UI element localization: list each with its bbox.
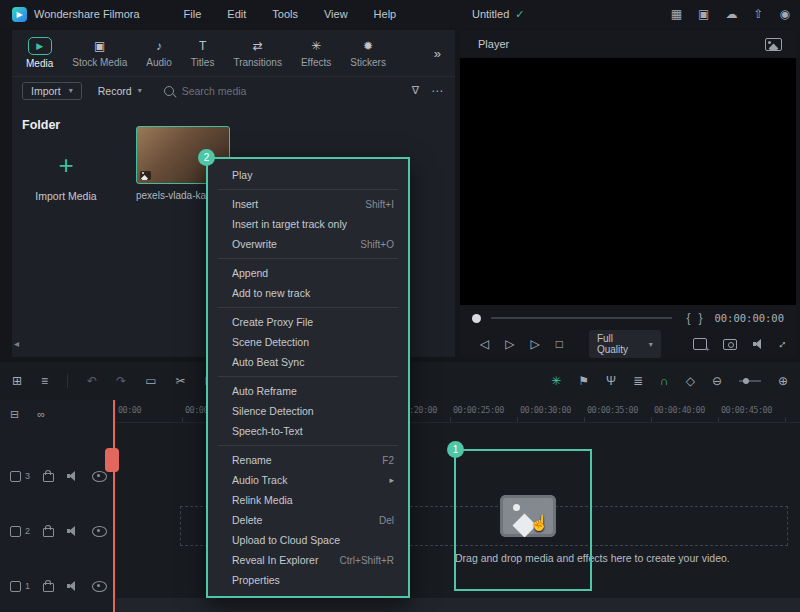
undo-icon[interactable]: ↶ xyxy=(87,374,97,388)
link-clips-icon[interactable]: ∞ xyxy=(37,408,45,421)
tab-stock-media[interactable]: ▣ Stock Media xyxy=(72,38,127,68)
menu-separator xyxy=(218,376,398,377)
lock-icon[interactable] xyxy=(43,473,54,482)
stop-button[interactable]: □ xyxy=(556,337,563,351)
menu-item-reveal-in-explorer[interactable]: Reveal In ExplorerCtrl+Shift+R xyxy=(208,550,408,570)
menu-item-properties[interactable]: Properties xyxy=(208,570,408,590)
menu-item-label: Speech-to-Text xyxy=(232,425,303,437)
playhead-grip[interactable] xyxy=(105,448,119,472)
record-button-label: Record xyxy=(98,85,132,97)
header-icon-group: ▦ ▣ ☁ ⇧ ◉ xyxy=(671,0,790,28)
menu-edit[interactable]: Edit xyxy=(227,8,246,20)
tab-titles[interactable]: T Titles xyxy=(191,38,215,68)
fullscreen-icon[interactable]: ↕ xyxy=(776,337,790,351)
second-monitor-icon[interactable] xyxy=(693,338,707,350)
save-icon[interactable]: ▣ xyxy=(698,7,709,21)
render-preview-icon[interactable]: ✳ xyxy=(551,374,561,388)
previous-frame-button[interactable]: ◁ xyxy=(480,337,489,351)
scrubber-handle[interactable] xyxy=(472,314,481,323)
menu-view[interactable]: View xyxy=(324,8,348,20)
menu-item-add-to-new-track[interactable]: Add to new track xyxy=(208,283,408,303)
collapse-panel-icon[interactable]: ◂ xyxy=(14,338,19,349)
delete-icon[interactable]: ▭ xyxy=(145,374,156,388)
menu-item-label: Relink Media xyxy=(232,494,293,506)
menu-item-auto-reframe[interactable]: Auto Reframe xyxy=(208,381,408,401)
keyframe-icon[interactable]: ◇ xyxy=(686,374,695,388)
snapshot-icon[interactable] xyxy=(723,339,737,350)
manage-tracks-icon[interactable]: ⊟ xyxy=(10,408,19,421)
menu-item-silence-detection[interactable]: Silence Detection xyxy=(208,401,408,421)
visibility-eye-icon[interactable] xyxy=(92,526,107,537)
menu-item-label: Overwrite xyxy=(232,238,277,250)
layout-icon[interactable]: ▦ xyxy=(671,7,682,21)
tab-effects[interactable]: ✳ Effects xyxy=(301,38,331,68)
lock-icon[interactable] xyxy=(43,528,54,537)
menu-item-overwrite[interactable]: OverwriteShift+O xyxy=(208,234,408,254)
next-frame-button[interactable]: ▷ xyxy=(530,337,539,351)
brand-title: Wondershare Filmora xyxy=(34,8,140,20)
menu-item-upload-to-cloud[interactable]: Upload to Cloud Space xyxy=(208,530,408,550)
menu-item-delete[interactable]: DeleteDel xyxy=(208,510,408,530)
search-input[interactable]: Search media xyxy=(164,85,400,97)
import-media-tile[interactable]: + Import Media xyxy=(26,152,106,202)
menu-item-insert-target-track[interactable]: Insert in target track only xyxy=(208,214,408,234)
filter-icon[interactable]: ∇ xyxy=(412,84,419,97)
import-button[interactable]: Import ▾ xyxy=(22,82,82,100)
zoom-out-icon[interactable]: ⊖ xyxy=(712,374,722,388)
menu-file[interactable]: File xyxy=(184,8,202,20)
play-button[interactable]: ▷ xyxy=(505,337,514,351)
lock-icon[interactable] xyxy=(43,583,54,592)
mark-in-button[interactable]: { xyxy=(682,311,694,325)
menu-item-speech-to-text[interactable]: Speech-to-Text xyxy=(208,421,408,441)
tab-transitions[interactable]: ⇄ Transitions xyxy=(233,38,282,68)
tab-audio[interactable]: ♪ Audio xyxy=(146,38,172,68)
scrubber-track[interactable] xyxy=(491,317,672,319)
marker-icon[interactable]: ⚑ xyxy=(578,374,589,388)
menu-item-label: Reveal In Explorer xyxy=(232,554,318,566)
mute-icon[interactable] xyxy=(67,471,79,481)
tab-stickers[interactable]: ✹ Stickers xyxy=(350,38,386,68)
preview-mode-icon[interactable] xyxy=(765,38,782,51)
menu-tools[interactable]: Tools xyxy=(272,8,298,20)
menu-item-auto-beat-sync[interactable]: Auto Beat Sync xyxy=(208,352,408,372)
menu-item-audio-track[interactable]: Audio Track▸ xyxy=(208,470,408,490)
voiceover-mic-icon[interactable]: Ψ xyxy=(606,374,616,388)
menu-help[interactable]: Help xyxy=(374,8,397,20)
audio-mixer-icon[interactable]: ≣ xyxy=(633,374,643,388)
menu-item-append[interactable]: Append xyxy=(208,263,408,283)
zoom-in-icon[interactable]: ⊕ xyxy=(778,374,788,388)
split-scissors-icon[interactable]: ✂ xyxy=(176,374,186,388)
mark-out-button[interactable]: } xyxy=(694,311,706,325)
mute-icon[interactable] xyxy=(67,581,79,591)
export-icon[interactable]: ⇧ xyxy=(753,7,763,21)
project-name[interactable]: Untitled ✓ xyxy=(472,0,525,28)
menu-item-scene-detection[interactable]: Scene Detection xyxy=(208,332,408,352)
visibility-eye-icon[interactable] xyxy=(92,581,107,592)
more-tabs-chevron-icon[interactable]: » xyxy=(434,46,441,61)
media-tab-icon: ▶ xyxy=(28,37,52,55)
menu-item-label: Create Proxy File xyxy=(232,316,313,328)
visibility-eye-icon[interactable] xyxy=(92,471,107,482)
media-view-grid-icon[interactable]: ⊞ xyxy=(12,374,22,388)
cloud-icon[interactable]: ☁ xyxy=(725,7,737,21)
track-header-2: 2 xyxy=(0,505,115,557)
menu-item-insert[interactable]: InsertShift+I xyxy=(208,194,408,214)
menu-item-create-proxy-file[interactable]: Create Proxy File xyxy=(208,312,408,332)
quality-dropdown[interactable]: Full Quality ▾ xyxy=(589,330,661,358)
menu-item-relink-media[interactable]: Relink Media xyxy=(208,490,408,510)
redo-icon[interactable]: ↷ xyxy=(116,374,126,388)
more-options-icon[interactable]: ⋯ xyxy=(431,84,443,98)
list-view-icon[interactable]: ≡ xyxy=(41,374,48,388)
menu-item-rename[interactable]: RenameF2 xyxy=(208,450,408,470)
snap-magnet-icon[interactable]: ∩ xyxy=(660,374,669,388)
timeline-zoom-slider[interactable] xyxy=(739,380,761,382)
record-button[interactable]: Record ▾ xyxy=(94,83,146,99)
mute-icon[interactable] xyxy=(67,526,79,536)
video-preview[interactable] xyxy=(460,58,796,305)
playhead-line[interactable] xyxy=(113,400,115,612)
user-icon[interactable]: ◉ xyxy=(780,7,790,21)
volume-icon[interactable] xyxy=(753,339,764,349)
tab-media[interactable]: ▶ Media xyxy=(26,37,53,69)
menu-item-play[interactable]: Play xyxy=(208,165,408,185)
quality-label: Full Quality xyxy=(597,333,643,355)
